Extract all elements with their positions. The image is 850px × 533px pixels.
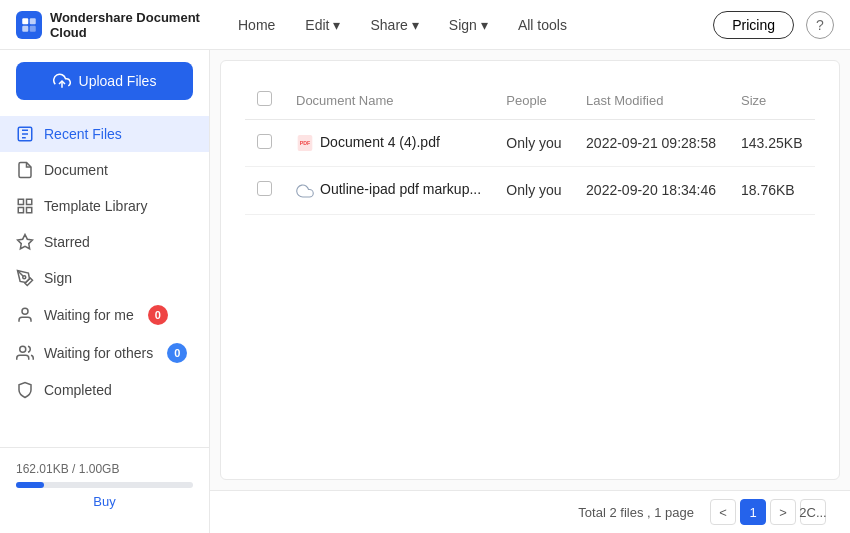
table-row: PDFDocument 4 (4).pdfOnly you2022-09-21 …: [245, 120, 815, 167]
storage-text: 162.01KB / 1.00GB: [16, 462, 119, 476]
file-name[interactable]: Outline-ipad pdf markup...: [320, 181, 481, 197]
storage-bar-fill: [16, 482, 44, 488]
file-list-panel: Document Name People Last Modified Size …: [220, 60, 840, 480]
row-checkbox-0[interactable]: [257, 134, 272, 149]
svg-rect-0: [22, 18, 28, 24]
last-page-button[interactable]: 2C...: [800, 499, 826, 525]
nav-sign[interactable]: Sign ▾: [437, 11, 500, 39]
upload-btn-wrap: Upload Files: [0, 62, 209, 116]
file-people: Only you: [494, 167, 574, 214]
file-table: Document Name People Last Modified Size …: [245, 81, 815, 215]
content-area: Document Name People Last Modified Size …: [210, 50, 850, 533]
table-row: Outline-ipad pdf markup...Only you2022-0…: [245, 167, 815, 214]
nav-home[interactable]: Home: [226, 11, 287, 39]
svg-rect-9: [27, 208, 32, 213]
next-page-button[interactable]: >: [770, 499, 796, 525]
sidebar-item-starred[interactable]: Starred: [0, 224, 209, 260]
col-document-name: Document Name: [284, 81, 494, 120]
sidebar-item-sign[interactable]: Sign: [0, 260, 209, 296]
waiting-me-badge: 0: [148, 305, 168, 325]
svg-rect-8: [18, 208, 23, 213]
storage-bar-background: [16, 482, 193, 488]
top-navigation: Wondershare Document Cloud Home Edit ▾ S…: [0, 0, 850, 50]
svg-rect-6: [18, 199, 23, 204]
svg-point-13: [20, 346, 26, 352]
sidebar-item-recent-files[interactable]: Recent Files: [0, 116, 209, 152]
pagination-bar: Total 2 files , 1 page < 1 > 2C...: [210, 490, 850, 533]
file-last-modified: 2022-09-20 18:34:46: [574, 167, 729, 214]
svg-rect-3: [30, 25, 36, 31]
file-size: 18.76KB: [729, 167, 815, 214]
sidebar-item-waiting-for-others[interactable]: Waiting for others 0: [0, 334, 209, 372]
col-people: People: [494, 81, 574, 120]
col-checkbox: [245, 81, 284, 120]
prev-page-button[interactable]: <: [710, 499, 736, 525]
sidebar-item-template-library[interactable]: Template Library: [0, 188, 209, 224]
pricing-button[interactable]: Pricing: [713, 11, 794, 39]
current-page-button[interactable]: 1: [740, 499, 766, 525]
nav-links: Home Edit ▾ Share ▾ Sign ▾ All tools: [226, 11, 713, 39]
file-name[interactable]: Document 4 (4).pdf: [320, 134, 440, 150]
star-icon: [16, 233, 34, 251]
help-button[interactable]: ?: [806, 11, 834, 39]
file-last-modified: 2022-09-21 09:28:58: [574, 120, 729, 167]
nav-all-tools[interactable]: All tools: [506, 11, 579, 39]
nav-edit[interactable]: Edit ▾: [293, 11, 352, 39]
upload-files-button[interactable]: Upload Files: [16, 62, 193, 100]
waiting-me-icon: [16, 306, 34, 324]
nav-right: Pricing ?: [713, 11, 834, 39]
col-size: Size: [729, 81, 815, 120]
col-last-modified: Last Modified: [574, 81, 729, 120]
waiting-others-badge: 0: [167, 343, 187, 363]
svg-text:PDF: PDF: [300, 141, 311, 147]
sidebar-item-waiting-for-me[interactable]: Waiting for me 0: [0, 296, 209, 334]
sign-icon: [16, 269, 34, 287]
chevron-down-icon: ▾: [481, 17, 488, 33]
chevron-down-icon: ▾: [412, 17, 419, 33]
total-info: Total 2 files , 1 page: [578, 505, 694, 520]
waiting-others-icon: [16, 344, 34, 362]
file-people: Only you: [494, 120, 574, 167]
buy-button[interactable]: Buy: [16, 494, 193, 509]
sidebar-bottom: 162.01KB / 1.00GB Buy: [0, 447, 209, 521]
svg-rect-1: [30, 18, 36, 24]
sidebar-item-document[interactable]: Document: [0, 152, 209, 188]
svg-point-12: [22, 308, 28, 314]
select-all-checkbox[interactable]: [257, 91, 272, 106]
recent-files-icon: [16, 125, 34, 143]
table-header-row: Document Name People Last Modified Size: [245, 81, 815, 120]
chevron-down-icon: ▾: [333, 17, 340, 33]
template-library-icon: [16, 197, 34, 215]
svg-rect-7: [27, 199, 32, 204]
logo-area: Wondershare Document Cloud: [16, 10, 226, 40]
svg-rect-2: [22, 25, 28, 31]
pdf-icon: PDF: [296, 134, 314, 152]
logo-icon: [16, 11, 42, 39]
sidebar: Upload Files Recent Files Document: [0, 50, 210, 533]
svg-marker-10: [18, 235, 33, 249]
cloud-icon: [296, 182, 314, 200]
completed-icon: [16, 381, 34, 399]
logo-text: Wondershare Document Cloud: [50, 10, 226, 40]
file-size: 143.25KB: [729, 120, 815, 167]
sidebar-item-completed[interactable]: Completed: [0, 372, 209, 408]
nav-share[interactable]: Share ▾: [358, 11, 430, 39]
row-checkbox-1[interactable]: [257, 181, 272, 196]
upload-icon: [53, 72, 71, 90]
document-icon: [16, 161, 34, 179]
pagination-buttons: < 1 > 2C...: [710, 499, 826, 525]
svg-point-11: [23, 276, 26, 279]
main-layout: Upload Files Recent Files Document: [0, 50, 850, 533]
